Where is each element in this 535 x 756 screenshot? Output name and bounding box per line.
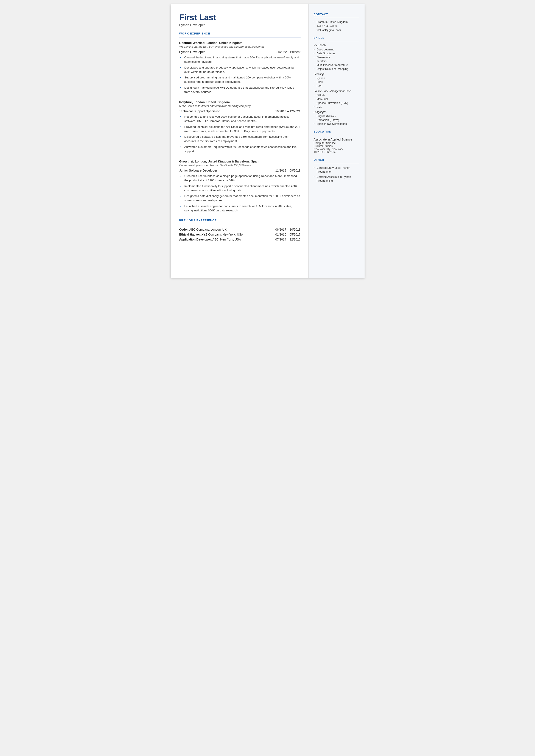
other-title: OTHER	[314, 158, 359, 161]
contact-section: CONTACT Bradford, United Kingdom +44 123…	[314, 13, 359, 32]
work-experience-divider	[179, 37, 300, 38]
edu-field-1: Computer Science	[314, 142, 359, 145]
skill-item: Apache Subversion (SVN)	[314, 101, 359, 104]
prev-exp-2-bold: Ethical Hacker,	[179, 233, 201, 236]
scripting-label: Scripting:	[314, 72, 359, 76]
skill-item: Data Structures	[314, 52, 359, 55]
edu-location: New York City, New York	[314, 148, 359, 151]
edu-field-2: Cultural Studies	[314, 145, 359, 148]
contact-title: CONTACT	[314, 13, 359, 16]
bullet-item: Created a user interface as a single-pag…	[180, 174, 300, 183]
skill-item: Multi-Process Architecture	[314, 64, 359, 67]
other-divider	[314, 163, 359, 163]
skill-item: Python	[314, 77, 359, 80]
company-1-bold: Resume Worded,	[179, 41, 206, 44]
hard-skills-label: Hard Skills:	[314, 44, 359, 47]
skill-item: GitLab	[314, 94, 359, 97]
job-3-title: Junior Software Developer	[179, 169, 217, 172]
skill-item: Object Relational Mapping	[314, 68, 359, 70]
skill-item: English (Native)	[314, 115, 359, 118]
bullet-item: Responded to and resolved 300+ customer …	[180, 115, 300, 124]
edu-dates: 10/2011 - 06/2014	[314, 151, 359, 154]
other-item-2: Certified Associate in Python Programmin…	[314, 175, 359, 183]
languages-label: Languages:	[314, 111, 359, 114]
job-1-dates: 01/2022 – Present	[276, 50, 300, 54]
job-2-bullets: Responded to and resolved 300+ customer …	[180, 115, 300, 154]
scm-list: GitLab Mercurial Apache Subversion (SVN)…	[314, 94, 359, 108]
company-3-name: Growthsi, London, United Kingdom & Barce…	[179, 159, 300, 163]
bullet-item: Supervised programming tasks and maintai…	[180, 75, 300, 84]
other-item-1: Certified Entry-Level Python Programmer	[314, 166, 359, 174]
work-experience-title: WORK EXPERIENCE	[179, 32, 300, 35]
contact-item-email: first.last@gmail.com	[314, 29, 359, 32]
scm-label: Source Code Management Tools:	[314, 90, 359, 93]
skill-item: Generators	[314, 56, 359, 59]
company-2-bold: Polyhire,	[179, 100, 193, 104]
company-2-name: Polyhire, London, United Kingdom	[179, 100, 300, 104]
contact-list: Bradford, United Kingdom +44 1234567890 …	[314, 20, 359, 32]
prev-exp-3: Application Developer, ABC, New York, US…	[179, 238, 300, 241]
bullet-item: Designed a marketing lead MySQL database…	[180, 86, 300, 95]
job-3-bullets: Created a user interface as a single-pag…	[180, 174, 300, 213]
skill-item: Deep Learning	[314, 48, 359, 51]
education-title: EDUCATION	[314, 130, 359, 133]
prev-exp-1-dates: 06/2017 – 10/2018	[275, 228, 300, 231]
prev-exp-1-bold: Coder,	[179, 228, 189, 231]
skill-item: Iterators	[314, 60, 359, 63]
other-section: OTHER Certified Entry-Level Python Progr…	[314, 158, 359, 183]
previous-experience-title: PREVIOUS EXPERIENCE	[179, 219, 300, 222]
skills-section: SKILLS Hard Skills: Deep Learning Data S…	[314, 37, 359, 126]
prev-exp-2: Ethical Hacker, XYZ Company, New York, U…	[179, 233, 300, 236]
skill-item: Romanian (Native)	[314, 119, 359, 122]
prev-exp-2-title: Ethical Hacker, XYZ Company, New York, U…	[179, 233, 243, 236]
prev-exp-1: Coder, ABC Company, London, UK 06/2017 –…	[179, 228, 300, 231]
resume-page: First Last Python Developer WORK EXPERIE…	[171, 4, 365, 278]
left-column: First Last Python Developer WORK EXPERIE…	[171, 4, 309, 278]
bullet-item: Provided technical solutions for 70+ Sma…	[180, 125, 300, 134]
skills-divider	[314, 41, 359, 42]
bullet-item: Created the back-end financial systems t…	[180, 55, 300, 64]
company-2-location: London, United Kingdom	[194, 100, 230, 104]
job-2-title: Technical Support Specialist	[179, 109, 220, 113]
job-3-dates: 11/2018 – 09/2019	[275, 169, 300, 172]
skill-item: Shell	[314, 81, 359, 84]
company-1-location: London, United Kingdom	[207, 41, 242, 44]
candidate-name: First Last	[179, 13, 300, 22]
job-2: Polyhire, London, United Kingdom NYSE-li…	[179, 100, 300, 154]
bullet-item: Developed and updated productivity appli…	[180, 66, 300, 74]
right-column: CONTACT Bradford, United Kingdom +44 123…	[309, 4, 365, 278]
prev-exp-3-dates: 07/2014 – 12/2015	[275, 238, 300, 241]
previous-experience-section: PREVIOUS EXPERIENCE Coder, ABC Company, …	[179, 219, 300, 241]
bullet-item: Discovered a software glitch that preven…	[180, 135, 300, 144]
company-3-location: London, United Kingdom & Barcelona, Spai…	[195, 160, 259, 163]
job-1-row: Python Developer 01/2022 – Present	[179, 50, 300, 54]
prev-exp-2-rest: XYZ Company, New York, USA	[201, 233, 243, 236]
education-section: EDUCATION Associate in Applied Science C…	[314, 130, 359, 154]
prev-exp-3-rest: ABC, New York, USA	[211, 238, 241, 241]
job-3: Growthsi, London, United Kingdom & Barce…	[179, 159, 300, 213]
job-1-title: Python Developer	[179, 50, 205, 54]
company-3-bold: Growthsi,	[179, 159, 194, 163]
hard-skills-list: Deep Learning Data Structures Generators…	[314, 48, 359, 70]
other-list: Certified Entry-Level Python Programmer …	[314, 166, 359, 183]
job-1-bullets: Created the back-end financial systems t…	[180, 55, 300, 94]
prev-exp-2-dates: 01/2016 – 05/2017	[275, 233, 300, 236]
job-3-row: Junior Software Developer 11/2018 – 09/2…	[179, 169, 300, 172]
work-experience-section: WORK EXPERIENCE Resume Worded, London, U…	[179, 32, 300, 213]
job-2-dates: 10/2019 – 12/2021	[275, 109, 300, 113]
skill-item: Perl	[314, 84, 359, 88]
job-2-row: Technical Support Specialist 10/2019 – 1…	[179, 109, 300, 113]
bullet-item: Answered customers' inquiries within 60+…	[180, 145, 300, 154]
prev-exp-3-bold: Application Developer,	[179, 238, 212, 241]
skill-item: Spanish (Conversational)	[314, 123, 359, 126]
candidate-title: Python Developer	[179, 23, 300, 27]
languages-list: English (Native) Romanian (Native) Spani…	[314, 115, 359, 126]
prev-exp-3-title: Application Developer, ABC, New York, US…	[179, 238, 241, 241]
edu-degree: Associate in Applied Science	[314, 138, 359, 141]
previous-experience-divider	[179, 224, 300, 224]
contact-item-location: Bradford, United Kingdom	[314, 20, 359, 23]
bullet-item: Designed a data dictionary generator tha…	[180, 194, 300, 203]
skill-item: CVS	[314, 105, 359, 108]
bullet-item: Launched a search engine for consumers t…	[180, 204, 300, 213]
company-3-desc: Career training and membership SaaS with…	[179, 164, 300, 167]
